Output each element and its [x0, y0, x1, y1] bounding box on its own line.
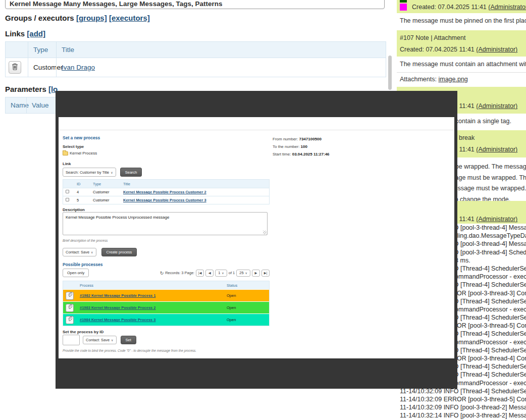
- type-tree-item[interactable]: Kernel Process: [63, 151, 97, 155]
- set-by-id-heading: Set the process by ID: [63, 330, 103, 334]
- groups-executors-label: Groups / executors: [5, 14, 74, 22]
- search-type-dropdown[interactable]: Search: Customer by Title ∨: [63, 168, 116, 177]
- select-type-label: Select type: [63, 144, 84, 149]
- contact-dropdown[interactable]: Contact: Save ∨: [83, 336, 117, 344]
- administrator-link[interactable]: (Administrator): [476, 146, 517, 153]
- parameters-heading: Parameters [lo: [5, 85, 58, 93]
- process-link[interactable]: #1984 Kernel Message Possible Process 3: [80, 318, 156, 322]
- search-button[interactable]: Search: [120, 168, 142, 177]
- page-first-button[interactable]: |◀: [196, 270, 204, 277]
- note-created-text: Created: 07.04.2025 11:41: [400, 46, 475, 53]
- note-created-line: Created: 07.04.2025 11:41 (Administrator…: [400, 44, 526, 56]
- delete-link-button[interactable]: [9, 61, 21, 74]
- links-table-header: Type Title: [6, 42, 386, 58]
- log-line: 11-14/10:32:14 INFO [pool-3-thread-2] Me…: [400, 411, 526, 419]
- page-select-value: 1: [218, 271, 220, 275]
- page-next-button[interactable]: ▶: [252, 270, 260, 277]
- trash-icon: [12, 63, 18, 72]
- paperclip-icon: [68, 316, 72, 324]
- attach-process-button[interactable]: [66, 316, 74, 324]
- links-table-row: Customer Ivan Drago: [6, 58, 386, 77]
- note-body-pinned: The message must be pinned on the first …: [397, 13, 526, 30]
- note-text: The message must be pinned on the first …: [400, 17, 526, 24]
- link-candidates-table: ID Type Title 4 Customer Kernel Message …: [63, 179, 270, 204]
- set-button[interactable]: Set: [121, 336, 136, 344]
- header-type: Type: [90, 182, 121, 186]
- note-created-line: Created: 07.04.2025 11:41 (Administrator…: [412, 2, 526, 13]
- note-band-107: #107 Note | Attachment Created: 07.04.20…: [397, 30, 526, 57]
- start-time-label: Start time:: [273, 152, 291, 156]
- link-type-cell: Customer: [28, 58, 56, 77]
- page-size-value: 25: [239, 271, 243, 275]
- link-candidate-row: 5 Customer Kernel Message Possible Proce…: [63, 196, 269, 204]
- header-process: Process: [77, 283, 224, 288]
- call-info-block: From number: 7347100500 To the number: 1…: [273, 135, 330, 158]
- note-created-text: Created: 07.04.2025 11:41: [412, 4, 487, 11]
- row-type: Customer: [90, 190, 121, 194]
- chevron-down-icon: ∨: [91, 250, 93, 254]
- link-section-label: Link: [63, 162, 71, 166]
- message-title-input[interactable]: [5, 0, 385, 9]
- row-type: Customer: [90, 198, 121, 202]
- link-table-header: ID Type Title: [63, 180, 269, 188]
- process-status: Open: [224, 318, 269, 322]
- link-title-ivan-drago[interactable]: Ivan Drago: [62, 64, 95, 71]
- process-link[interactable]: #1983 Kernel Message Possible Process 2: [80, 305, 156, 310]
- from-number-value: 7347100500: [299, 137, 322, 141]
- attach-process-button[interactable]: [66, 292, 74, 300]
- contact-value: Contact: Save: [86, 338, 110, 342]
- process-link[interactable]: #1982 Kernel Message Possible Process 1: [80, 293, 156, 298]
- page-size-select[interactable]: 25 ∨: [236, 270, 250, 277]
- folder-icon: [63, 151, 68, 155]
- header-title: Title: [121, 182, 269, 186]
- row-checkbox[interactable]: [66, 190, 69, 193]
- chevron-down-icon: ∨: [111, 171, 113, 174]
- row-title-link[interactable]: Kernel Message Possible Process Customer…: [123, 190, 206, 194]
- resize-handle[interactable]: [263, 231, 267, 234]
- log-line: 11-14/10:32:09 ERROR [pool-3-thread-5] C…: [400, 395, 526, 403]
- refresh-icon[interactable]: ↻: [160, 271, 164, 276]
- page-select[interactable]: 1 ∨: [215, 270, 227, 277]
- search-type-value: Search: Customer by Title: [66, 170, 109, 175]
- process-id-input[interactable]: [63, 335, 80, 345]
- process-row-1984: #1984 Kernel Message Possible Process 3 …: [63, 313, 269, 326]
- attach-process-button[interactable]: [66, 304, 74, 312]
- color-swatch-magenta: [400, 4, 407, 11]
- administrator-link[interactable]: (Administrator): [488, 4, 526, 11]
- to-number-value: 100: [301, 144, 307, 149]
- attachment-image-link[interactable]: image.png: [438, 76, 467, 83]
- attachments-row: Attachments: image.png: [397, 73, 526, 87]
- paperclip-icon: [68, 304, 72, 311]
- links-add-link[interactable]: [add]: [27, 29, 45, 38]
- page-last-button[interactable]: ▶|: [261, 270, 270, 277]
- description-textarea[interactable]: Kernel Message Possible Process Unproces…: [63, 212, 268, 235]
- row-checkbox[interactable]: [66, 198, 69, 201]
- create-process-button[interactable]: Create process: [101, 248, 137, 256]
- administrator-link[interactable]: (Administrator): [476, 102, 517, 110]
- administrator-link[interactable]: (Administrator): [476, 46, 517, 53]
- process-modal-frame: Set a new process From number: 734710050…: [56, 91, 457, 389]
- description-hint: Brief description of the process: [63, 239, 108, 242]
- page-prev-button[interactable]: ◀: [205, 270, 214, 277]
- chevron-down-icon: ∨: [222, 271, 224, 275]
- parameters-header-name: Name: [6, 97, 26, 113]
- contact-dropdown[interactable]: Contact: Save ∨: [63, 248, 96, 256]
- executors-link[interactable]: [executors]: [109, 14, 150, 22]
- administrator-link[interactable]: (Administrator): [476, 216, 517, 223]
- set-new-process-heading: Set a new process: [63, 135, 100, 140]
- groups-link[interactable]: [groups]: [76, 14, 107, 22]
- attachments-label: Attachments:: [400, 76, 437, 83]
- log-line: 11-14/10:32:09 INFO [pool-3-thread-2] Me…: [400, 403, 526, 411]
- set-by-id-hint: Provide the code to bind the process. Co…: [63, 349, 196, 352]
- description-value: Kernel Message Possible Process Unproces…: [66, 215, 169, 220]
- open-only-button[interactable]: Open only: [63, 269, 89, 277]
- process-status: Open: [224, 293, 269, 298]
- scrollbar-thumb[interactable]: [388, 56, 392, 90]
- process-status: Open: [224, 305, 269, 310]
- links-header-type: Type: [28, 42, 56, 58]
- chevron-down-icon: ∨: [245, 271, 247, 275]
- note-title: #107 Note | Attachment: [400, 32, 526, 44]
- modal-top-divider: [59, 130, 454, 130]
- header-status: Status: [224, 283, 269, 288]
- row-title-link[interactable]: Kernel Message Possible Process Customer…: [123, 198, 206, 202]
